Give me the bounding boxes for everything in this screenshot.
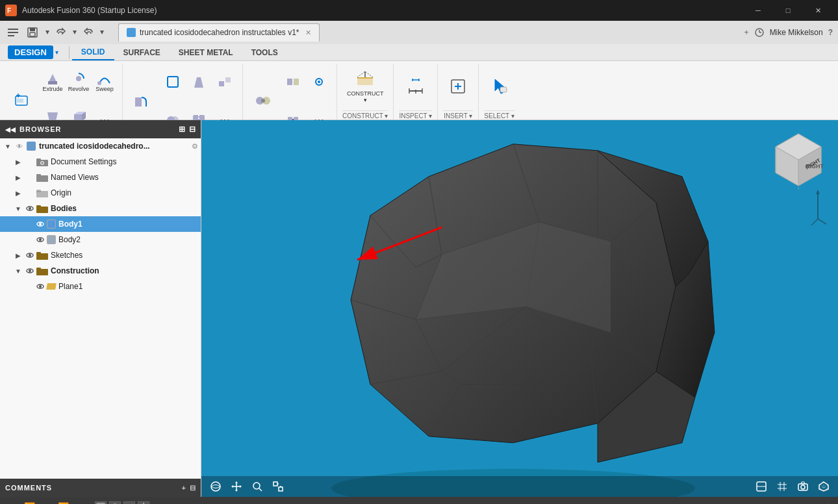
tree-named-views[interactable]: ▶ Named Views (0, 170, 201, 185)
tab-close-icon[interactable]: ✕ (305, 29, 311, 37)
insert-svg-icon (448, 76, 468, 97)
scale-button[interactable] (212, 64, 237, 100)
help-icon[interactable]: ? (828, 28, 833, 37)
insert-items (443, 64, 473, 109)
ribbon-group-construct: CONSTRUCT▾ CONSTRUCT ▾ (337, 64, 394, 120)
timeline-marker-2[interactable] (109, 501, 121, 504)
draft-button[interactable] (186, 64, 211, 100)
bodies-eye[interactable] (25, 205, 35, 212)
tree-body1[interactable]: Body1 (0, 216, 201, 232)
timeline-marker-select[interactable] (95, 501, 107, 504)
plane1-icon (46, 283, 57, 290)
pan-button[interactable] (227, 479, 246, 494)
ribbon-tab-sheet-metal[interactable]: SHEET METAL (170, 44, 242, 60)
root-eye-icon[interactable]: 👁 (14, 143, 25, 150)
root-expand-icon[interactable]: ▼ (3, 143, 13, 150)
active-document-tab[interactable]: truncated icosidodecahedron instructable… (118, 23, 320, 42)
comments-pin-icon[interactable]: ⊟ (190, 484, 196, 492)
view-cube-toggle[interactable] (815, 479, 833, 494)
ribbon-group-create: Extrude Revolve Sweep (3, 64, 123, 120)
construct-main-button[interactable]: CONSTRUCT▾ (350, 67, 380, 106)
comments-bar[interactable]: COMMENTS + ⊟ (0, 479, 201, 497)
new-component-button[interactable] (8, 81, 38, 120)
svg-rect-18 (17, 99, 23, 103)
select-button[interactable] (485, 67, 514, 106)
redo-dropdown[interactable] (97, 28, 107, 37)
title-bar-left: F Autodesk Fusion 360 (Startup License) (5, 5, 157, 16)
browser-expand-icon[interactable]: ⊞ (179, 125, 185, 134)
minimize-button[interactable]: ─ (743, 0, 773, 21)
body1-label: Body1 (58, 220, 83, 229)
browser-collapse-right[interactable]: ⊟ (189, 125, 196, 134)
tree-bodies[interactable]: ▼ Bodies (0, 201, 201, 216)
plane1-eye[interactable] (35, 283, 45, 290)
body1-eye[interactable] (35, 220, 45, 228)
svg-line-49 (357, 71, 365, 77)
named-views-expand[interactable]: ▶ (13, 174, 23, 181)
tree-document-settings[interactable]: ▶ Document Settings (0, 154, 201, 170)
extrude-button[interactable]: Extrude (40, 64, 65, 100)
ribbon-group-modify: ⋯ MODIFY ▾ (123, 64, 243, 120)
tree-origin[interactable]: ▶ Origin (0, 185, 201, 201)
svg-line-50 (365, 71, 373, 77)
revolve-label: Revolve (68, 86, 90, 93)
measure-button[interactable] (401, 67, 431, 106)
create-row1: Extrude Revolve Sweep (40, 64, 117, 100)
close-button[interactable]: ✕ (803, 0, 833, 21)
user-name[interactable]: Mike Mikkelson (770, 28, 823, 37)
body2-eye[interactable] (35, 236, 45, 244)
ribbon-tab-solid[interactable]: SOLID (72, 44, 114, 60)
timeline-marker-3[interactable] (123, 501, 135, 504)
new-component-icon (12, 90, 33, 111)
comments-expand-icon[interactable]: + (182, 484, 186, 492)
timeline-marker-4[interactable] (138, 501, 149, 504)
history-button[interactable] (754, 27, 765, 38)
ribbon-tab-surface[interactable]: SURFACE (114, 44, 170, 60)
tree-construction[interactable]: ▼ Construction (0, 263, 201, 279)
ribbon-tab-tools[interactable]: TOOLS (242, 44, 287, 60)
design-button[interactable]: DESIGN ▾ (0, 44, 66, 60)
camera-button[interactable] (794, 479, 812, 494)
viewcube[interactable]: RIGHT RIGHT (769, 131, 828, 189)
insert-svg-button[interactable] (443, 67, 473, 106)
root-settings-icon[interactable]: ⚙ (192, 142, 198, 151)
sketches-expand[interactable]: ▶ (13, 252, 23, 259)
grid-button[interactable] (773, 479, 791, 494)
joint-button[interactable] (248, 81, 278, 120)
add-tab-button[interactable]: + (744, 28, 749, 37)
save-button[interactable] (25, 25, 40, 40)
fillet-button[interactable] (128, 81, 158, 120)
zoom-button[interactable] (248, 479, 266, 494)
ribbon-group-select: SELECT ▾ (479, 64, 520, 120)
undo-dropdown[interactable] (70, 28, 79, 37)
svg-rect-138 (273, 482, 277, 486)
fit-view-button[interactable] (269, 479, 287, 494)
quick-access-icon[interactable] (5, 25, 21, 40)
bodies-expand[interactable]: ▼ (13, 205, 23, 212)
viewport[interactable]: RIGHT RIGHT (201, 120, 838, 497)
maximize-button[interactable]: □ (773, 0, 803, 21)
orbit-button[interactable] (207, 479, 225, 494)
sketches-eye[interactable] (25, 251, 35, 259)
undo-button[interactable] (53, 25, 69, 40)
tree-sketches[interactable]: ▶ Sketches (0, 247, 201, 263)
tree-root[interactable]: ▼ 👁 truncated icosidodecahedro... ⚙ (0, 138, 201, 154)
sweep-button[interactable]: Sweep (92, 64, 117, 100)
svg-marker-8 (45, 31, 49, 34)
save-dropdown[interactable] (43, 28, 52, 37)
tree-plane1[interactable]: Plane1 (0, 279, 201, 294)
joint-origin-button[interactable] (307, 64, 331, 100)
svg-marker-29 (194, 77, 203, 88)
origin-expand[interactable]: ▶ (13, 190, 23, 197)
browser-collapse-left[interactable]: ◀◀ (5, 126, 16, 133)
shell-button[interactable] (160, 64, 185, 100)
scale-icon (217, 74, 233, 90)
display-mode-button[interactable] (752, 479, 770, 494)
construction-eye[interactable] (25, 267, 35, 275)
doc-settings-expand[interactable]: ▶ (13, 158, 23, 166)
redo-button[interactable] (81, 25, 96, 40)
tree-body2[interactable]: Body2 (0, 232, 201, 247)
as-built-joint-button[interactable] (281, 64, 305, 100)
revolve-button[interactable]: Revolve (66, 64, 91, 100)
construction-expand[interactable]: ▼ (13, 268, 23, 275)
